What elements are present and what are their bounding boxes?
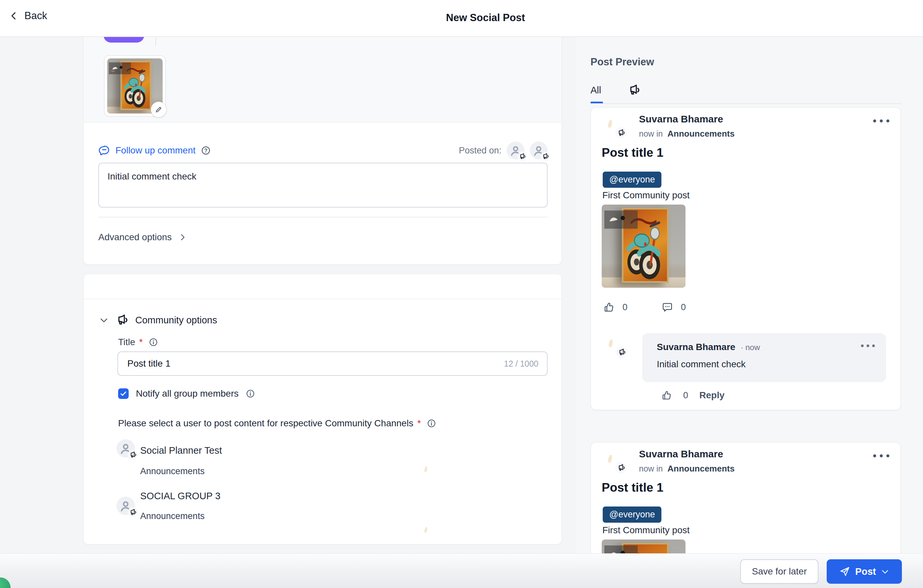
page-title: New Social Post — [446, 12, 525, 24]
save-for-later-label: Save for later — [752, 566, 807, 577]
post-menu-button[interactable] — [873, 120, 889, 122]
pencil-icon — [155, 105, 163, 113]
like-icon[interactable] — [662, 390, 672, 401]
chevron-right-icon — [179, 233, 186, 241]
media-area — [84, 30, 562, 122]
comment-menu-button[interactable] — [861, 345, 875, 347]
chevron-down-icon — [100, 316, 108, 324]
channel-user-avatar[interactable] — [420, 463, 435, 478]
channel-name: Announcements — [140, 466, 205, 476]
comment-author-avatar — [603, 335, 623, 355]
channel-name: Announcements — [140, 511, 205, 521]
channel-user-avatar[interactable] — [420, 524, 435, 539]
post-label: Post — [856, 566, 876, 577]
media-thumbnail[interactable] — [104, 55, 166, 117]
post-time: now in — [639, 464, 663, 473]
title-label: Title — [118, 337, 135, 347]
author-avatar — [602, 450, 622, 471]
post-button[interactable]: Post — [827, 559, 902, 584]
megaphone-icon — [129, 451, 137, 459]
post-title: Post title 1 — [602, 481, 664, 494]
author-name: Suvarna Bhamare — [639, 448, 723, 460]
author-avatar — [602, 115, 622, 136]
posted-on-group-avatar[interactable] — [507, 141, 524, 159]
group-avatar — [117, 439, 135, 458]
author-name: Suvarna Bhamare — [639, 113, 723, 125]
notify-label: Notify all group members — [136, 388, 238, 399]
comment-time: · now — [741, 343, 760, 352]
back-label: Back — [25, 10, 47, 22]
post-time: now in — [639, 129, 663, 139]
everyone-badge: @everyone — [603, 172, 662, 188]
comment-text: Initial comment check — [657, 359, 746, 370]
follow-up-comment-input[interactable]: Initial comment check — [99, 163, 547, 207]
help-icon[interactable] — [201, 146, 211, 155]
select-user-label: Please select a user to post content for… — [118, 418, 413, 429]
community-options-label: Community options — [135, 315, 217, 326]
posted-on-label: Posted on: — [459, 146, 501, 156]
group-avatar — [117, 497, 135, 515]
advanced-options-label: Advanced options — [98, 232, 172, 243]
megaphone-icon — [115, 313, 129, 327]
divider — [155, 37, 156, 46]
advanced-options-toggle[interactable]: Advanced options — [98, 232, 186, 243]
divider — [591, 103, 901, 104]
required-asterisk: * — [417, 418, 421, 429]
preview-post-card: Suvarna Bhamare now in Announcements Pos… — [591, 107, 901, 410]
divider — [84, 299, 562, 299]
channel-group-name: Social Planner Test — [140, 445, 222, 456]
post-channel[interactable]: Announcements — [667, 463, 735, 474]
footer-action-bar: Save for later Post — [0, 554, 923, 588]
post-title: Post title 1 — [602, 146, 664, 160]
chat-bubble-icon — [98, 145, 110, 156]
title-input[interactable] — [118, 358, 504, 369]
send-icon — [839, 566, 850, 577]
notify-checkbox[interactable] — [118, 388, 129, 399]
megaphone-icon — [616, 463, 626, 472]
posted-on-group-avatar[interactable] — [530, 141, 548, 159]
chevron-down-icon[interactable] — [881, 568, 889, 575]
community-options-card: Community options Title * 12 / 1000 Noti… — [84, 274, 562, 544]
post-preview-panel: Post Preview All Suvarna Bhamare now in … — [575, 37, 923, 588]
like-count: 0 — [622, 302, 627, 312]
everyone-badge: @everyone — [603, 506, 662, 523]
channel-group-name: SOCIAL GROUP 3 — [140, 491, 220, 501]
post-channel[interactable]: Announcements — [667, 129, 735, 139]
chevron-left-icon — [9, 11, 18, 20]
composer-card: Follow up comment Posted on: Initial com… — [84, 29, 562, 264]
reply-button[interactable]: Reply — [700, 390, 724, 401]
megaphone-icon — [617, 348, 626, 357]
back-button[interactable]: Back — [9, 10, 47, 22]
image-overlay — [109, 62, 131, 75]
post-image — [602, 205, 685, 288]
info-icon[interactable] — [149, 338, 158, 347]
comment-icon[interactable] — [662, 302, 673, 313]
community-options-toggle[interactable]: Community options — [100, 313, 217, 327]
info-icon[interactable] — [427, 419, 436, 428]
post-menu-button[interactable] — [873, 454, 889, 457]
tab-all[interactable]: All — [591, 85, 601, 96]
post-body: First Community post — [602, 525, 690, 535]
megaphone-icon — [129, 508, 137, 516]
follow-up-comment-toggle[interactable]: Follow up comment — [98, 145, 211, 156]
divider — [98, 217, 548, 217]
save-for-later-button[interactable]: Save for later — [740, 559, 818, 584]
comment-bubble: Suvarna Bhamare · now Initial comment ch… — [642, 333, 886, 382]
comment-count: 0 — [681, 302, 686, 312]
comment-like-count: 0 — [683, 390, 688, 401]
megaphone-icon — [518, 153, 526, 160]
info-icon[interactable] — [246, 389, 255, 398]
check-icon — [120, 390, 127, 397]
tab-community-megaphone-icon[interactable] — [627, 83, 641, 97]
comment-author-name: Suvarna Bhamare — [657, 342, 735, 352]
post-body: First Community post — [602, 190, 690, 200]
required-asterisk: * — [139, 337, 143, 347]
megaphone-icon — [616, 128, 626, 137]
top-header: Back New Social Post — [0, 0, 923, 37]
title-char-counter: 12 / 1000 — [504, 359, 547, 369]
follow-up-comment-label: Follow up comment — [115, 145, 195, 156]
edit-image-button[interactable] — [151, 102, 167, 117]
post-preview-title: Post Preview — [591, 56, 654, 68]
megaphone-icon — [541, 153, 549, 160]
like-icon[interactable] — [603, 302, 614, 313]
